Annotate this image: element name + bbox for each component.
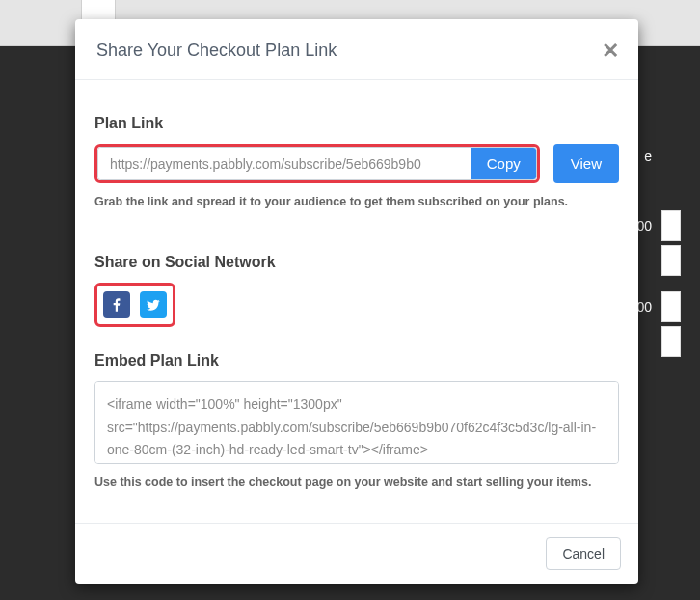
bg-row-field-2a[interactable]: [661, 291, 681, 322]
bg-row-field-2b[interactable]: [661, 326, 681, 357]
modal-title: Share Your Checkout Plan Link: [96, 41, 337, 61]
close-button[interactable]: ✕: [602, 41, 619, 62]
modal-footer: Cancel: [75, 523, 638, 584]
bg-row-field-1a[interactable]: [661, 210, 681, 241]
plan-link-input[interactable]: [98, 148, 471, 179]
facebook-icon: [109, 297, 124, 313]
twitter-icon: [146, 297, 161, 313]
modal-body: Plan Link Copy View Grab the link and sp…: [75, 80, 638, 523]
plan-link-highlight: Copy: [94, 144, 540, 183]
close-icon: ✕: [602, 39, 619, 63]
embed-code-textarea[interactable]: <iframe width="100%" height="1300px" src…: [94, 381, 619, 464]
modal-header: Share Your Checkout Plan Link ✕: [75, 19, 638, 80]
plan-link-input-group: Copy: [97, 147, 537, 180]
bg-text-e: e: [644, 149, 652, 164]
copy-button[interactable]: Copy: [471, 148, 536, 179]
view-button[interactable]: View: [553, 144, 619, 183]
social-heading: Share on Social Network: [94, 254, 619, 271]
cancel-button[interactable]: Cancel: [546, 537, 621, 570]
bg-row-value-2: 00: [636, 299, 652, 314]
bg-row-value-1: 00: [636, 218, 652, 233]
bg-row-field-1b[interactable]: [661, 245, 681, 276]
plan-link-helper: Grab the link and spread it to your audi…: [94, 193, 619, 211]
twitter-share-button[interactable]: [140, 291, 167, 318]
share-checkout-modal: Share Your Checkout Plan Link ✕ Plan Lin…: [75, 19, 638, 584]
plan-link-heading: Plan Link: [94, 115, 619, 132]
social-highlight: [94, 283, 175, 327]
embed-helper: Use this code to insert the checkout pag…: [94, 474, 619, 492]
facebook-share-button[interactable]: [103, 291, 130, 318]
plan-link-row: Copy View: [94, 144, 619, 183]
social-row: [97, 286, 173, 324]
embed-heading: Embed Plan Link: [94, 352, 619, 369]
